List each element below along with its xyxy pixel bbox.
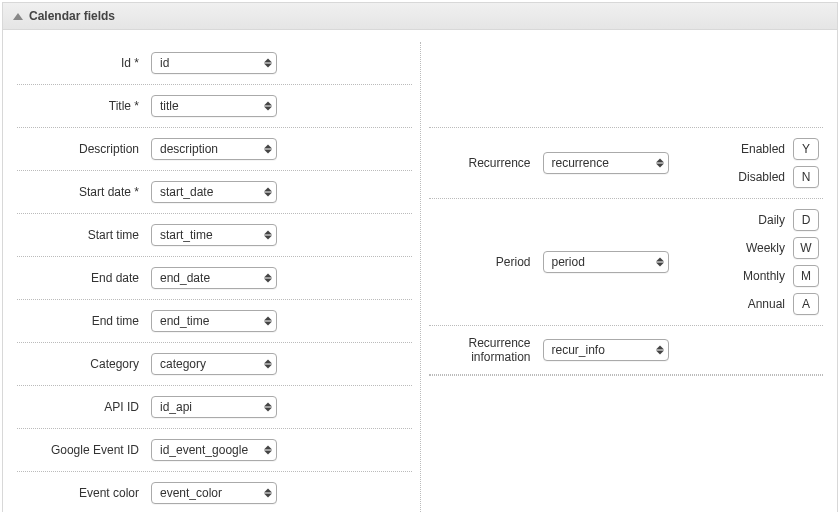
field-label: API ID [21,400,151,414]
select-value: start_date [160,185,213,199]
panel-header[interactable]: Calendar fields [3,3,837,30]
panel-body: Id * id Title * title Desc [3,30,837,512]
collapse-icon [13,13,23,20]
updown-icon [264,360,272,369]
field-label: Event color [21,486,151,500]
updown-icon [264,446,272,455]
panel-title: Calendar fields [29,9,115,23]
field-label: Start date * [21,185,151,199]
period-options: Daily D Weekly W Monthly M Annual A [727,209,819,315]
select-value: title [160,99,179,113]
option-value-input[interactable]: M [793,265,819,287]
updown-icon [264,489,272,498]
updown-icon [656,258,664,267]
spacer [429,42,824,128]
select-category[interactable]: category [151,353,277,375]
select-value: category [160,357,206,371]
field-row-api-id: API ID id_api [17,386,412,429]
recurrence-options: Enabled Y Disabled N [722,138,819,188]
option-label: Daily [758,213,785,227]
select-value: description [160,142,218,156]
field-label: Start time [21,228,151,242]
option-label: Disabled [738,170,785,184]
field-label: Period [433,255,543,269]
option-value-input[interactable]: N [793,166,819,188]
select-api-id[interactable]: id_api [151,396,277,418]
field-row-google-event-id: Google Event ID id_event_google [17,429,412,472]
select-title[interactable]: title [151,95,277,117]
field-label: Google Event ID [21,443,151,457]
field-row-category: Category category [17,343,412,386]
option-monthly: Monthly M [743,265,819,287]
field-row-recur-info: Recurrence information recur_info [429,326,824,375]
select-event-color[interactable]: event_color [151,482,277,504]
option-value-input[interactable]: A [793,293,819,315]
select-google-event-id[interactable]: id_event_google [151,439,277,461]
option-label: Monthly [743,269,785,283]
select-value: end_time [160,314,209,328]
field-label: Recurrence [433,156,543,170]
option-weekly: Weekly W [743,237,819,259]
field-row-title: Title * title [17,85,412,128]
select-value: id [160,56,169,70]
select-value: id_event_google [160,443,248,457]
field-row-period: Period period Daily D Weekly W [429,199,824,326]
field-label: Description [21,142,151,156]
field-label: End date [21,271,151,285]
select-value: recurrence [552,156,609,170]
option-disabled: Disabled N [738,166,819,188]
field-row-end-date: End date end_date [17,257,412,300]
select-value: start_time [160,228,213,242]
select-value: event_color [160,486,222,500]
option-annual: Annual A [743,293,819,315]
field-label: Recurrence information [433,336,543,364]
updown-icon [264,403,272,412]
field-label: Id * [21,56,151,70]
calendar-fields-panel: Calendar fields Id * id Title * title [2,2,838,512]
option-value-input[interactable]: Y [793,138,819,160]
option-value-input[interactable]: D [793,209,819,231]
option-label: Weekly [746,241,785,255]
updown-icon [264,59,272,68]
select-period[interactable]: period [543,251,669,273]
divider [429,375,824,376]
select-recur-info[interactable]: recur_info [543,339,669,361]
updown-icon [264,231,272,240]
updown-icon [656,346,664,355]
field-row-event-color: Event color event_color [17,472,412,512]
updown-icon [264,274,272,283]
select-recurrence[interactable]: recurrence [543,152,669,174]
select-start-time[interactable]: start_time [151,224,277,246]
option-label: Annual [748,297,785,311]
updown-icon [264,188,272,197]
option-enabled: Enabled Y [738,138,819,160]
right-column: Recurrence recurrence Enabled Y Disabled… [421,42,832,512]
updown-icon [264,102,272,111]
updown-icon [264,145,272,154]
select-value: id_api [160,400,192,414]
select-value: end_date [160,271,210,285]
field-label: Category [21,357,151,371]
option-value-input[interactable]: W [793,237,819,259]
select-value: recur_info [552,343,605,357]
select-end-date[interactable]: end_date [151,267,277,289]
updown-icon [656,159,664,168]
field-row-recurrence: Recurrence recurrence Enabled Y Disabled… [429,128,824,199]
left-column: Id * id Title * title Desc [9,42,421,512]
field-row-start-date: Start date * start_date [17,171,412,214]
updown-icon [264,317,272,326]
field-row-start-time: Start time start_time [17,214,412,257]
field-row-description: Description description [17,128,412,171]
select-start-date[interactable]: start_date [151,181,277,203]
select-id[interactable]: id [151,52,277,74]
select-description[interactable]: description [151,138,277,160]
field-row-id: Id * id [17,42,412,85]
field-row-end-time: End time end_time [17,300,412,343]
field-label: End time [21,314,151,328]
option-daily: Daily D [743,209,819,231]
field-label: Title * [21,99,151,113]
option-label: Enabled [741,142,785,156]
select-end-time[interactable]: end_time [151,310,277,332]
select-value: period [552,255,585,269]
